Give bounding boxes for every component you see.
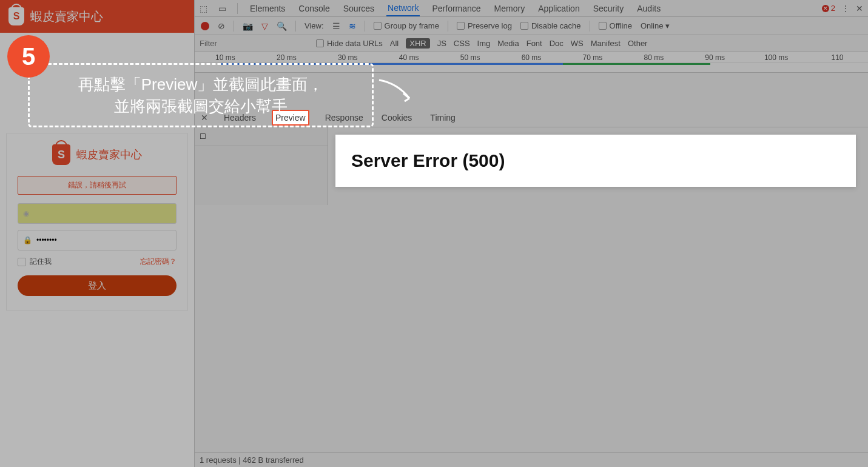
tab-performance[interactable]: Performance: [431, 1, 482, 16]
step-badge: 5: [7, 35, 50, 78]
status-text: 1 requests | 462 B transferred: [200, 455, 304, 465]
username-input[interactable]: [36, 209, 171, 218]
detail-tab-cookies[interactable]: Cookies: [379, 111, 415, 124]
password-row[interactable]: 🔒: [18, 230, 177, 250]
filter-all[interactable]: All: [390, 39, 399, 48]
clear-icon[interactable]: ⊘: [218, 21, 225, 31]
filter-other[interactable]: Other: [628, 39, 648, 48]
tab-network[interactable]: Network: [386, 1, 420, 16]
shopee-logo-icon: S: [8, 7, 24, 25]
filter-img[interactable]: Img: [477, 39, 491, 48]
filter-icon[interactable]: ▽: [261, 21, 268, 31]
annotation-line1: 再點擊「Preview」並截圖此畫面，: [41, 73, 361, 95]
filter-input[interactable]: [200, 39, 309, 48]
filter-js[interactable]: JS: [437, 39, 446, 48]
preview-pane: Server Error (500): [335, 135, 856, 187]
large-rows-icon[interactable]: ☰: [332, 21, 340, 31]
annotation-line2: 並將兩張截圖交給小幫手: [41, 95, 361, 117]
close-icon[interactable]: ✕: [856, 4, 863, 13]
record-icon[interactable]: [201, 22, 209, 30]
waterfall-icon[interactable]: ≋: [349, 21, 356, 31]
preserve-log-checkbox[interactable]: Preserve log: [457, 21, 512, 30]
user-icon: ◉: [23, 209, 32, 218]
login-error-banner: 錯誤，請稍後再試: [18, 176, 177, 195]
login-title: 蝦皮賣家中心: [76, 147, 142, 162]
timeline-tick: 110: [807, 52, 868, 72]
tab-sources[interactable]: Sources: [342, 1, 375, 16]
group-by-frame-checkbox[interactable]: Group by frame: [374, 21, 439, 30]
devtools-tabbar: ⬚ ▭ Elements Console Sources Network Per…: [195, 0, 868, 17]
timeline-tick: 90 ms: [684, 52, 745, 72]
filter-media[interactable]: Media: [497, 39, 519, 48]
detail-tab-timing[interactable]: Timing: [428, 111, 458, 124]
filter-css[interactable]: CSS: [454, 39, 470, 48]
login-button[interactable]: 登入: [18, 275, 177, 296]
login-options: 記住我 忘記密碼？: [18, 257, 177, 267]
kebab-menu-icon[interactable]: ⋮: [841, 4, 850, 13]
server-error-text: Server Error (500): [351, 150, 840, 171]
timeline-tick: 60 ms: [501, 52, 562, 72]
camera-icon[interactable]: 📷: [243, 21, 253, 31]
timeline-tick: 80 ms: [623, 52, 684, 72]
search-icon[interactable]: 🔍: [277, 21, 287, 31]
filter-font[interactable]: Font: [527, 39, 542, 48]
timeline-tick: 70 ms: [562, 52, 623, 72]
timeline-tick: 50 ms: [440, 52, 501, 72]
forgot-password-link[interactable]: 忘記密碼？: [140, 257, 177, 267]
timeline-tick: 100 ms: [745, 52, 807, 72]
network-filter-bar: Hide data URLs All XHR JS CSS Img Media …: [195, 35, 868, 52]
throttling-select[interactable]: Online▾: [641, 21, 670, 30]
filter-manifest[interactable]: Manifest: [591, 39, 621, 48]
tab-application[interactable]: Application: [537, 1, 581, 16]
network-status-bar: 1 requests | 462 B transferred: [195, 452, 868, 467]
tab-audits[interactable]: Audits: [636, 1, 662, 16]
arrow-icon: [376, 74, 419, 110]
app-header: S 蝦皮賣家中心: [0, 0, 194, 33]
inspect-icon[interactable]: ⬚: [200, 4, 207, 13]
tab-console[interactable]: Console: [297, 1, 331, 16]
tab-elements[interactable]: Elements: [249, 1, 286, 16]
chevron-down-icon: ▾: [665, 21, 670, 30]
request-list: ☐: [195, 127, 328, 205]
filter-ws[interactable]: WS: [571, 39, 584, 48]
tab-memory[interactable]: Memory: [493, 1, 527, 16]
checkbox-icon: ☐: [200, 132, 206, 141]
timeline-tick: 40 ms: [378, 52, 440, 72]
hide-data-urls-checkbox[interactable]: Hide data URLs: [316, 39, 383, 48]
filter-xhr[interactable]: XHR: [406, 38, 429, 49]
request-row[interactable]: ☐: [195, 127, 328, 146]
login-logo-row: S 蝦皮賣家中心: [18, 144, 177, 165]
device-toolbar-icon[interactable]: ▭: [218, 4, 226, 13]
lock-icon: 🔒: [23, 236, 32, 244]
remember-label: 記住我: [30, 257, 52, 267]
view-label: View:: [304, 21, 324, 30]
username-row[interactable]: ◉: [18, 203, 177, 224]
checkbox-icon[interactable]: [18, 258, 26, 266]
annotation-box: 再點擊「Preview」並截圖此畫面， 並將兩張截圖交給小幫手: [28, 63, 374, 127]
shopee-logo-icon: S: [52, 144, 70, 165]
password-input[interactable]: [36, 236, 171, 244]
disable-cache-checkbox[interactable]: Disable cache: [520, 21, 581, 30]
filter-doc[interactable]: Doc: [550, 39, 564, 48]
tab-security[interactable]: Security: [592, 1, 625, 16]
network-toolbar: ⊘ 📷 ▽ 🔍 View: ☰ ≋ Group by frame Preserv…: [195, 17, 868, 35]
app-title: 蝦皮賣家中心: [30, 8, 103, 25]
offline-checkbox[interactable]: Offline: [599, 21, 632, 30]
error-count-badge[interactable]: ✕2: [822, 4, 835, 13]
remember-me[interactable]: 記住我: [18, 257, 52, 267]
login-card: S 蝦皮賣家中心 錯誤，請稍後再試 ◉ 🔒 記住我 忘記密碼？ 登入: [6, 133, 188, 311]
